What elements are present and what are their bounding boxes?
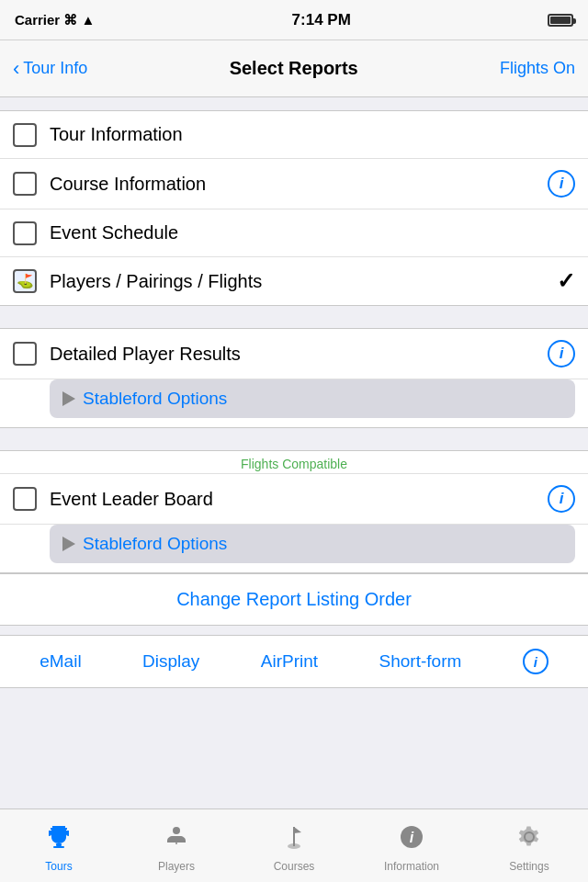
action-bar: eMail Display AirPrint Short-form i bbox=[0, 635, 588, 688]
checkbox-event-leaderboard[interactable] bbox=[13, 487, 37, 511]
back-label: Tour Info bbox=[23, 59, 87, 78]
svg-marker-6 bbox=[294, 827, 301, 833]
row-event-schedule: Event Schedule bbox=[0, 209, 588, 257]
players-icon bbox=[164, 824, 189, 856]
row-players-pairings: ⛳ Players / Pairings / Flights ✓ bbox=[0, 257, 588, 305]
tab-courses-label: Courses bbox=[274, 860, 315, 873]
divider-1 bbox=[0, 306, 588, 315]
tab-settings-label: Settings bbox=[509, 860, 548, 873]
golf-flag-icon: ⛳ bbox=[17, 273, 34, 289]
svg-point-2 bbox=[173, 827, 180, 834]
display-button[interactable]: Display bbox=[142, 651, 199, 672]
row-course-info: Course Information i bbox=[0, 159, 588, 209]
checkbox-tour-info[interactable] bbox=[13, 123, 37, 147]
tab-information[interactable]: i Information bbox=[353, 819, 470, 873]
trophy-icon bbox=[46, 824, 72, 856]
play-triangle-icon-1 bbox=[62, 391, 75, 406]
tab-players-label: Players bbox=[158, 860, 195, 873]
battery-icon bbox=[548, 14, 573, 27]
stableford-label-2: Stableford Options bbox=[83, 534, 227, 554]
tab-settings[interactable]: Settings bbox=[470, 819, 588, 873]
checkmark-players: ✓ bbox=[557, 268, 575, 294]
checkbox-players-pairings[interactable]: ⛳ bbox=[13, 269, 37, 293]
section-reports-2: Detailed Player Results i Stableford Opt… bbox=[0, 328, 588, 428]
flights-compatible-label: Flights Compatible bbox=[241, 457, 347, 471]
label-detailed-results: Detailed Player Results bbox=[50, 344, 538, 365]
tab-players[interactable]: Players bbox=[118, 819, 235, 873]
info-button-section2[interactable]: i bbox=[548, 340, 575, 368]
stableford-options-button-2[interactable]: Stableford Options bbox=[50, 525, 575, 563]
tab-tours[interactable]: Tours bbox=[0, 819, 118, 873]
flights-on-button[interactable]: Flights On bbox=[500, 59, 575, 78]
label-course-info: Course Information bbox=[50, 174, 538, 195]
label-players-pairings: Players / Pairings / Flights bbox=[50, 271, 551, 292]
status-time: 7:14 PM bbox=[292, 11, 351, 29]
stableford-label-1: Stableford Options bbox=[83, 389, 227, 409]
main-content: Tour Information Course Information i Ev… bbox=[0, 97, 588, 808]
section-reports-3: Flights Compatible Event Leader Board i … bbox=[0, 450, 588, 573]
back-chevron-icon: ‹ bbox=[13, 59, 19, 79]
page-title: Select Reports bbox=[230, 58, 358, 79]
change-order-button[interactable]: Change Report Listing Order bbox=[0, 573, 588, 626]
tab-tours-label: Tours bbox=[45, 860, 72, 873]
label-tour-info: Tour Information bbox=[50, 124, 575, 145]
svg-rect-1 bbox=[53, 846, 64, 848]
nav-bar: ‹ Tour Info Select Reports Flights On bbox=[0, 40, 588, 97]
back-button[interactable]: ‹ Tour Info bbox=[13, 59, 87, 79]
info-button-section3[interactable]: i bbox=[548, 485, 575, 513]
tab-bar: Tours Players Courses bbox=[0, 808, 588, 882]
label-event-leaderboard: Event Leader Board bbox=[50, 489, 538, 510]
shortform-button[interactable]: Short-form bbox=[379, 651, 462, 672]
play-triangle-icon-2 bbox=[62, 537, 75, 551]
checkbox-detailed-results[interactable] bbox=[13, 342, 37, 366]
label-event-schedule: Event Schedule bbox=[50, 222, 575, 243]
svg-text:i: i bbox=[410, 830, 414, 845]
svg-rect-0 bbox=[56, 843, 62, 846]
settings-icon bbox=[516, 824, 542, 856]
checkbox-event-schedule[interactable] bbox=[13, 221, 37, 245]
row-tour-info: Tour Information bbox=[0, 111, 588, 159]
email-button[interactable]: eMail bbox=[40, 651, 81, 672]
information-icon: i bbox=[399, 824, 424, 856]
airprint-button[interactable]: AirPrint bbox=[261, 651, 318, 672]
wifi-icon: ⌘ ▲ bbox=[63, 12, 95, 28]
row-detailed-results: Detailed Player Results i bbox=[0, 329, 588, 379]
courses-icon bbox=[281, 824, 307, 856]
checkbox-course-info[interactable] bbox=[13, 172, 37, 196]
carrier-label: Carrier ⌘ ▲ bbox=[15, 12, 95, 28]
tab-courses[interactable]: Courses bbox=[235, 819, 353, 873]
section-reports-1: Tour Information Course Information i Ev… bbox=[0, 110, 588, 306]
divider-2 bbox=[0, 428, 588, 437]
info-button-section1[interactable]: i bbox=[548, 170, 575, 198]
stableford-options-button-1[interactable]: Stableford Options bbox=[50, 379, 575, 418]
tab-information-label: Information bbox=[384, 860, 439, 873]
row-event-leaderboard: Event Leader Board i bbox=[0, 474, 588, 525]
status-bar: Carrier ⌘ ▲ 7:14 PM bbox=[0, 0, 588, 40]
action-info-button[interactable]: i bbox=[523, 649, 548, 674]
status-right bbox=[548, 14, 573, 27]
